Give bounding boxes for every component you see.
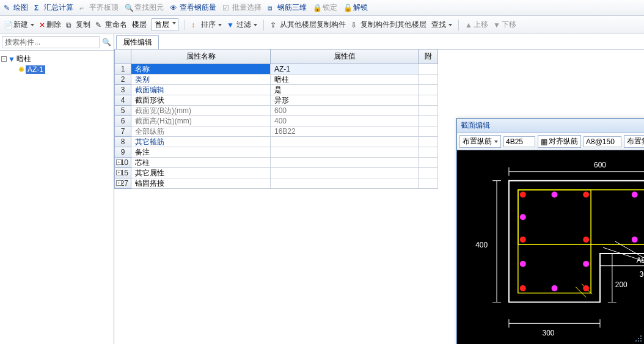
delete-button[interactable]: ✕删除: [39, 20, 61, 30]
svg-point-21: [551, 285, 557, 291]
grid-icon: ▦: [541, 137, 547, 146]
prop-attach[interactable]: [419, 126, 438, 137]
move-down-button[interactable]: ▼下移: [493, 20, 516, 30]
col-header-attach[interactable]: 附: [419, 49, 438, 64]
rename-icon: ✎: [95, 21, 104, 29]
row-number: 6: [114, 116, 131, 126]
table-row[interactable]: 2类别暗柱: [114, 75, 644, 85]
prop-value[interactable]: AZ-1: [271, 64, 419, 75]
svg-rect-1: [518, 190, 591, 293]
svg-point-12: [520, 285, 526, 291]
svg-point-9: [520, 236, 526, 243]
prop-name: 全部纵筋: [131, 126, 271, 137]
sort-button[interactable]: ↕排序: [191, 20, 222, 30]
resize-grip-icon: [635, 335, 642, 342]
tree-root[interactable]: − ▼ 暗柱: [1, 53, 112, 65]
table-row[interactable]: 1名称AZ-1: [114, 64, 644, 75]
floor-select[interactable]: 首层: [152, 18, 178, 31]
prop-attach[interactable]: [419, 85, 438, 95]
up-icon: ▲: [465, 21, 472, 29]
prop-value[interactable]: 16B22: [271, 126, 419, 137]
tree-item[interactable]: ✺ AZ-1: [1, 65, 112, 75]
expand-icon[interactable]: +: [116, 159, 122, 165]
prop-value[interactable]: [271, 137, 419, 147]
prop-attach[interactable]: [419, 75, 438, 85]
view-rebar-button[interactable]: 👁查看钢筋量: [170, 2, 216, 13]
stirrup-label: A8@150: [637, 256, 644, 265]
long-value-input[interactable]: [503, 136, 535, 147]
align-icon: ⌐: [79, 4, 88, 12]
popup-titlebar[interactable]: 截面编辑: [457, 119, 644, 133]
layout-stirrup-button[interactable]: 布置箍筋: [624, 135, 644, 148]
svg-point-42: [640, 335, 642, 337]
svg-point-11: [583, 236, 589, 243]
copy-to-button[interactable]: ⇩复制构件到其他楼层: [351, 20, 426, 30]
down-icon: ▼: [493, 21, 500, 29]
svg-point-19: [520, 261, 526, 267]
prop-value[interactable]: 是: [271, 85, 419, 95]
svg-point-43: [640, 338, 642, 339]
search-button[interactable]: 🔍: [101, 37, 112, 48]
collapse-icon[interactable]: −: [1, 56, 7, 62]
batch-select-button[interactable]: ☑批量选择: [222, 2, 262, 13]
new-button[interactable]: 📄新建: [4, 20, 34, 30]
sigma-icon: Σ: [34, 4, 43, 12]
expand-icon[interactable]: +: [116, 180, 122, 186]
find-elem-button[interactable]: 🔍查找图元: [125, 2, 164, 13]
prop-value[interactable]: 400: [271, 116, 419, 126]
align-long-button[interactable]: ▦对齐纵筋: [538, 135, 581, 148]
prop-attach[interactable]: [419, 64, 438, 75]
prop-attach[interactable]: [419, 178, 438, 189]
rename-button[interactable]: ✎重命名: [95, 20, 127, 30]
left-panel: 🔍 − ▼ 暗柱 ✺ AZ-1: [0, 34, 114, 344]
prop-value[interactable]: [271, 147, 419, 158]
floor-label: 楼层: [132, 20, 147, 30]
prop-attach[interactable]: [419, 158, 438, 168]
svg-point-15: [632, 192, 638, 198]
table-row[interactable]: 5截面宽(B边)(mm)600: [114, 106, 644, 116]
table-row[interactable]: 4截面形状异形: [114, 95, 644, 106]
tab-property-edit[interactable]: 属性编辑: [116, 35, 159, 49]
search-icon: 🔍: [125, 4, 133, 12]
prop-value[interactable]: [271, 168, 419, 178]
find-button[interactable]: 查找: [431, 20, 452, 30]
popup-title-text: 截面编辑: [461, 120, 490, 131]
search-input[interactable]: [2, 36, 100, 48]
col-header-value[interactable]: 属性值: [271, 49, 419, 64]
prop-value[interactable]: 暗柱: [271, 75, 419, 85]
copy-from-button[interactable]: ⇪从其他楼层复制构件: [270, 20, 346, 30]
table-row[interactable]: 3截面编辑是: [114, 85, 644, 95]
select-icon: ☑: [222, 4, 231, 12]
prop-name: 截面编辑: [131, 85, 271, 95]
expand-icon[interactable]: +: [116, 170, 122, 175]
col-header-name[interactable]: 属性名称: [131, 49, 271, 64]
prop-value[interactable]: 600: [271, 106, 419, 116]
draw-button[interactable]: ✎绘图: [4, 2, 28, 13]
rebar-3d-button[interactable]: ⧈钢筋三维: [268, 2, 307, 13]
prop-attach[interactable]: [419, 137, 438, 147]
lock-button[interactable]: 🔒锁定: [313, 2, 337, 13]
stirrup-value-input[interactable]: [584, 136, 621, 147]
prop-name: 类别: [131, 75, 271, 85]
row-number: 4: [114, 95, 131, 106]
move-up-button[interactable]: ▲上移: [465, 20, 488, 30]
row-number: 9: [114, 147, 131, 158]
unlock-button[interactable]: 🔓解锁: [343, 2, 368, 13]
layout-long-button[interactable]: 布置纵筋: [459, 135, 501, 148]
prop-attach[interactable]: [419, 168, 438, 178]
lock-icon: 🔒: [313, 4, 321, 12]
sum-button[interactable]: Σ汇总计算: [34, 2, 73, 13]
align-top-button[interactable]: ⌐平齐板顶: [79, 2, 119, 13]
copy-button[interactable]: ⧉复制: [66, 20, 90, 30]
prop-attach[interactable]: [419, 106, 438, 116]
row-number: 10+: [114, 158, 131, 168]
prop-value[interactable]: [271, 178, 419, 189]
prop-value[interactable]: [271, 158, 419, 168]
prop-attach[interactable]: [419, 116, 438, 126]
prop-value[interactable]: 异形: [271, 95, 419, 106]
prop-attach[interactable]: [419, 95, 438, 106]
filter-button[interactable]: ▼过滤: [227, 20, 257, 30]
second-toolbar: 📄新建 ✕删除 ⧉复制 ✎重命名 楼层 首层 ↕排序 ▼过滤 ⇪从其他楼层复制构…: [0, 16, 644, 34]
section-canvas[interactable]: 600 200 400 300 300 200 A8@150: [457, 150, 644, 344]
prop-attach[interactable]: [419, 147, 438, 158]
